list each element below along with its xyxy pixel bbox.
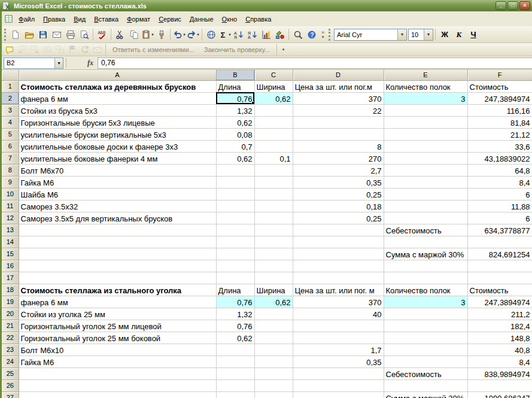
format-painter-button[interactable] <box>154 28 168 41</box>
cell-C9[interactable] <box>254 176 293 188</box>
cell-B9[interactable] <box>216 176 254 188</box>
row-header-20[interactable]: 20 <box>2 308 19 320</box>
spelling-button[interactable]: АБВ <box>95 28 109 41</box>
cell-B6[interactable]: 0,7 <box>216 140 254 152</box>
row-header-12[interactable]: 12 <box>2 212 19 224</box>
row-header-22[interactable]: 22 <box>2 332 19 344</box>
cell-E7[interactable] <box>384 152 467 164</box>
cell-A10[interactable]: Шайба М6 <box>19 188 216 200</box>
cell-B21[interactable]: 0,76 <box>216 320 254 332</box>
cell-B16[interactable] <box>216 260 254 272</box>
row-header-16[interactable]: 16 <box>2 260 19 272</box>
redo-dropdown-icon[interactable]: ▾ <box>197 32 199 37</box>
redo-button[interactable]: ▾ <box>186 28 200 41</box>
sort-ascending-button[interactable]: АЯ <box>232 28 245 41</box>
cell-D8[interactable]: 2,7 <box>293 164 384 176</box>
cell-E24[interactable] <box>384 356 467 367</box>
cell-E21[interactable] <box>384 320 467 332</box>
cell-F6[interactable]: 33,6 <box>467 140 532 152</box>
cell-E20[interactable] <box>384 308 467 320</box>
cell-D13[interactable] <box>293 224 384 236</box>
cell-F8[interactable]: 64,8 <box>467 164 532 176</box>
cell-A7[interactable]: усилительные боковые фанерки 4 мм <box>19 152 216 164</box>
cell-D14[interactable] <box>293 236 384 248</box>
cell-A14[interactable] <box>19 236 216 248</box>
cell-D19[interactable]: 370 <box>293 296 384 308</box>
cell-D22[interactable] <box>293 332 384 344</box>
cell-D2[interactable]: 370 <box>293 92 384 104</box>
cell-B3[interactable]: 1,32 <box>216 104 254 116</box>
cell-A8[interactable]: Болт М6х70 <box>19 164 216 176</box>
cell-B5[interactable]: 0,08 <box>216 128 254 140</box>
cell-B22[interactable]: 0,62 <box>216 332 254 344</box>
row-header-26[interactable]: 26 <box>2 379 19 391</box>
cell-C24[interactable] <box>254 356 293 367</box>
copy-button[interactable] <box>127 28 141 41</box>
row-header-9[interactable]: 9 <box>2 176 19 188</box>
cell-E8[interactable] <box>384 164 467 176</box>
cell-F20[interactable]: 211,2 <box>467 308 532 320</box>
cell-E13[interactable]: Себестоимость <box>384 224 467 236</box>
cell-C21[interactable] <box>254 320 293 332</box>
cell-A15[interactable] <box>19 248 216 260</box>
email-button[interactable] <box>50 28 63 41</box>
cell-B18[interactable]: Длина <box>216 284 254 296</box>
cell-D11[interactable]: 0,18 <box>293 200 384 212</box>
cell-D9[interactable]: 0,35 <box>293 176 384 188</box>
row-header-4[interactable]: 4 <box>2 116 19 128</box>
menu-Окно[interactable]: Окно <box>218 13 242 25</box>
cell-A1[interactable]: Стоимость стеллажа из деревянных брусков <box>19 80 216 92</box>
cell-F5[interactable]: 21,12 <box>467 128 532 140</box>
name-box-dropdown-icon[interactable]: ▾ <box>54 58 63 68</box>
cell-F22[interactable]: 148,8 <box>467 332 532 344</box>
cell-A11[interactable]: Саморез 3.5х32 <box>19 200 216 212</box>
cell-F21[interactable]: 182,4 <box>467 320 532 332</box>
insert-hyperlink-button[interactable] <box>204 28 218 41</box>
cell-B27[interactable] <box>216 391 254 398</box>
cell-E5[interactable] <box>384 128 467 140</box>
new-comment-button[interactable] <box>3 44 16 55</box>
cell-A22[interactable]: Горизонтальный уголок 25 мм боковой <box>19 332 216 344</box>
cell-B13[interactable] <box>216 224 254 236</box>
select-all-corner[interactable] <box>2 70 19 80</box>
cut-button[interactable] <box>113 28 127 41</box>
cell-C18[interactable]: Ширина <box>254 284 293 296</box>
maximize-button[interactable]: □ <box>507 1 518 10</box>
cell-D24[interactable]: 0,35 <box>293 356 384 367</box>
cell-E15[interactable]: Сумма с маржой 30% <box>384 248 467 260</box>
cell-A23[interactable]: Болт М6х10 <box>19 344 216 356</box>
cell-C15[interactable] <box>254 248 293 260</box>
cell-B24[interactable] <box>216 356 254 367</box>
cell-E23[interactable] <box>384 344 467 356</box>
cell-B20[interactable]: 1,32 <box>216 308 254 320</box>
cell-E17[interactable] <box>384 272 467 284</box>
toolbar-options-button[interactable]: »▾ <box>318 28 327 42</box>
open-button[interactable] <box>22 28 36 41</box>
cell-A2[interactable]: фанера 6 мм <box>19 92 216 104</box>
column-header-F[interactable]: F <box>467 70 532 80</box>
cell-B4[interactable]: 0,62 <box>216 116 254 128</box>
cell-C3[interactable] <box>254 104 293 116</box>
row-header-1[interactable]: 1 <box>2 80 19 92</box>
row-header-14[interactable]: 14 <box>2 236 19 248</box>
cell-F18[interactable]: Стоимость <box>467 284 532 296</box>
cell-D7[interactable]: 270 <box>293 152 384 164</box>
cell-A3[interactable]: Стойки из бруска 5х3 <box>19 104 216 116</box>
standard-toolbar-grip[interactable] <box>4 29 6 41</box>
undo-dropdown-icon[interactable]: ▾ <box>183 32 186 37</box>
cell-E18[interactable]: Количество полок <box>384 284 467 296</box>
menu-Правка[interactable]: Правка <box>39 13 69 25</box>
menu-Формат[interactable]: Формат <box>123 13 154 25</box>
cell-A19[interactable]: фанера 6 мм <box>19 296 216 308</box>
cell-C23[interactable] <box>254 344 293 356</box>
cell-D25[interactable] <box>293 367 384 379</box>
row-header-17[interactable]: 17 <box>2 272 19 284</box>
cell-D21[interactable] <box>293 320 384 332</box>
help-button[interactable]: ? <box>305 28 318 41</box>
cell-F24[interactable]: 8,4 <box>467 356 532 367</box>
cell-C8[interactable] <box>254 164 293 176</box>
font-size-dropdown-icon[interactable]: ▾ <box>424 29 433 40</box>
name-box[interactable]: B2 ▾ <box>4 57 63 69</box>
column-header-E[interactable]: E <box>384 70 467 80</box>
row-header-6[interactable]: 6 <box>2 140 19 152</box>
